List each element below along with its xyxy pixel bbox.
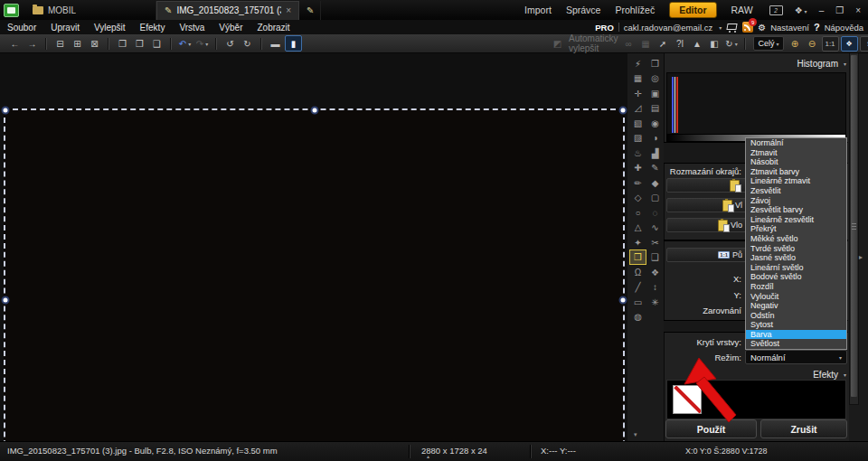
toolbar-item-10-button[interactable] bbox=[170, 38, 172, 50]
toolbar-print-button[interactable]: ⊠ bbox=[87, 36, 102, 51]
tool-arrows-icon[interactable]: ↕ bbox=[647, 280, 663, 294]
blend-mode-option-item-6[interactable]: Závoj bbox=[746, 196, 846, 206]
tool-clone-stamp-icon[interactable]: ♨ bbox=[630, 146, 646, 160]
blend-mode-option-item-9[interactable]: Překrýt bbox=[746, 224, 846, 234]
blend-mode-option-item-5[interactable]: Zesvětlit bbox=[746, 186, 846, 196]
selection-handle[interactable] bbox=[619, 296, 627, 304]
tool-star-icon[interactable]: ✳ bbox=[647, 296, 663, 309]
close-tab-icon[interactable]: × bbox=[286, 5, 291, 15]
selection-handle[interactable] bbox=[2, 296, 10, 304]
blend-mode-option-item-17[interactable]: Negativ bbox=[746, 301, 846, 311]
tool-line-icon[interactable]: ╱ bbox=[630, 280, 646, 294]
tool-magnetic-lasso-icon[interactable]: ∿ bbox=[647, 221, 663, 234]
chevron-down-icon[interactable]: ▾ bbox=[719, 24, 722, 31]
tool-magic-wand-icon[interactable]: ✦ bbox=[630, 236, 646, 249]
blend-mode-option-item-10[interactable]: Měkké světlo bbox=[746, 234, 846, 244]
blend-mode-option-item-13[interactable]: Lineární světlo bbox=[746, 263, 846, 273]
tool-rect-select-icon[interactable]: ▢ bbox=[647, 191, 663, 204]
zoom-level-select[interactable]: Celý▾ bbox=[753, 36, 783, 51]
blend-mode-option-item-3[interactable]: Ztmavit barvy bbox=[746, 167, 846, 177]
toolbar-item-7-button[interactable] bbox=[744, 38, 746, 50]
toolbar-item-13-button[interactable] bbox=[215, 38, 217, 50]
menu-upravit[interactable]: Upravit bbox=[43, 23, 87, 33]
toolbar-view-filmstrip-button[interactable]: ▬ bbox=[268, 36, 283, 51]
menu-efekty[interactable]: Efekty bbox=[133, 23, 173, 33]
toolbar-item-2-button[interactable] bbox=[45, 38, 47, 50]
menu-vyber[interactable]: Výběr bbox=[212, 23, 250, 33]
panel-scrollbar[interactable] bbox=[849, 52, 859, 405]
tool-pan-icon[interactable]: ✛ bbox=[630, 87, 646, 100]
tool-pencil-draw-icon[interactable]: ✏ bbox=[630, 176, 646, 190]
blend-mode-option-item-20[interactable]: Barva bbox=[746, 330, 846, 340]
tool-crop-icon[interactable]: ▣ bbox=[647, 87, 663, 100]
toolbar-zoom-fit-height-button[interactable]: ↕ bbox=[860, 36, 868, 52]
panel-collapse-arrow[interactable]: ▸ bbox=[859, 253, 863, 261]
tool-polygon-select-icon[interactable]: △ bbox=[630, 221, 646, 234]
toolbar-batch-filter-button[interactable]: ∞ bbox=[620, 36, 636, 51]
auto-enhance-button[interactable]: ◩ Automaticky vylepšit bbox=[550, 33, 618, 53]
toolbar-copy-button[interactable]: ❐ bbox=[115, 36, 130, 51]
blend-mode-option-item-18[interactable]: Odstín bbox=[746, 311, 846, 321]
tool-iron-smooth-icon[interactable]: ▟ bbox=[647, 146, 663, 160]
gear-icon[interactable]: ⚙ bbox=[758, 23, 766, 33]
tool-healing-brush-icon[interactable]: ✚ bbox=[630, 161, 646, 174]
restore-button[interactable]: ❐ bbox=[835, 5, 844, 15]
toolbar-redo-button[interactable]: ↷▾ bbox=[194, 36, 210, 51]
tool-gradient-icon[interactable]: ▨ bbox=[630, 131, 646, 145]
tool-effect-brush-icon[interactable]: ✎ bbox=[647, 161, 663, 174]
blend-mode-option-item-15[interactable]: Rozdíl bbox=[746, 282, 846, 292]
tool-panorama-icon[interactable]: ▦ bbox=[630, 71, 646, 85]
blend-mode-option-item-2[interactable]: Násobit bbox=[746, 157, 846, 167]
tool-text-icon[interactable]: ▭ bbox=[630, 296, 646, 309]
canvas-area[interactable] bbox=[0, 52, 627, 441]
toolbar-item-6-button[interactable] bbox=[108, 38, 109, 50]
toolbar-exif-info-button[interactable]: ▦ bbox=[637, 36, 653, 51]
tool-empty-icon[interactable] bbox=[647, 310, 663, 324]
toolbar-item-16-button[interactable] bbox=[260, 38, 262, 50]
tool-perspective-icon[interactable]: ▧ bbox=[630, 117, 646, 130]
toolbar-back-button[interactable]: ← bbox=[7, 36, 23, 51]
blend-mode-option-item-8[interactable]: Lineárně zesvětlit bbox=[746, 215, 846, 225]
app-logo-icon[interactable] bbox=[4, 4, 19, 17]
menu-vylepsit[interactable]: Vylepšit bbox=[87, 23, 133, 33]
toolbar-rotate-left-button[interactable]: ↺ bbox=[222, 36, 238, 51]
tool-fill-icon[interactable]: ◆ bbox=[647, 176, 663, 190]
blend-mode-option-item-11[interactable]: Tvrdé světlo bbox=[746, 244, 846, 254]
tool-red-eye-icon[interactable]: ◉ bbox=[647, 117, 663, 130]
toolbar-zoom-fit-button[interactable]: ❖ bbox=[841, 36, 858, 52]
blend-mode-select[interactable]: Normální▾ bbox=[745, 350, 847, 364]
tool-shapes-icon[interactable]: ❖ bbox=[647, 266, 663, 279]
minimize-button[interactable]: – bbox=[819, 5, 825, 15]
account-email[interactable]: cakl.radovan@email.cz bbox=[624, 23, 712, 33]
toolbar-threshold-button[interactable]: ▲ bbox=[689, 36, 704, 51]
toolbar-forward-button[interactable]: → bbox=[24, 36, 40, 51]
tool-rotate-view-icon[interactable]: ❐ bbox=[647, 57, 663, 71]
blend-mode-option-item-1[interactable]: Ztmavit bbox=[746, 148, 846, 158]
tool-ellipse-select-icon[interactable]: ○ bbox=[630, 206, 646, 220]
toolbar-levels-button[interactable]: ◧ bbox=[706, 36, 722, 51]
scrollbar-thumb[interactable] bbox=[851, 55, 857, 397]
selection-handle[interactable] bbox=[2, 107, 10, 115]
toolbar-zoom-out-button[interactable]: ⊖ bbox=[805, 36, 820, 51]
more-tools-icon[interactable]: ▾ bbox=[634, 431, 637, 438]
blend-mode-option-item-16[interactable]: Vyloučit bbox=[746, 292, 846, 302]
toolbar-rotate-right-button[interactable]: ↻ bbox=[240, 36, 255, 51]
selection-handle[interactable] bbox=[619, 107, 627, 115]
no-effect-icon[interactable] bbox=[673, 385, 702, 414]
settings-label[interactable]: Nastavení bbox=[770, 23, 809, 33]
tool-deform-icon[interactable]: ▤ bbox=[647, 101, 663, 115]
menu-soubor[interactable]: Soubor bbox=[0, 23, 43, 33]
module-import[interactable]: Import bbox=[524, 5, 552, 15]
toolbar-save-button[interactable]: ⊞ bbox=[70, 36, 85, 51]
apply-button[interactable]: Použít bbox=[665, 419, 757, 438]
tool-radial-filter-icon[interactable]: ◍ bbox=[630, 310, 646, 324]
photo-image[interactable] bbox=[4, 108, 625, 461]
blend-mode-option-item-4[interactable]: Lineárně ztmavit bbox=[746, 176, 846, 186]
blend-mode-option-item-21[interactable]: Světlost bbox=[746, 339, 846, 349]
menu-vrstva[interactable]: Vrstva bbox=[172, 23, 212, 33]
histogram-header[interactable]: Histogram▾ bbox=[666, 56, 846, 71]
selection-handle[interactable] bbox=[310, 107, 318, 115]
menu-zobrazit[interactable]: Zobrazit bbox=[250, 23, 297, 33]
tool-quick-edits-icon[interactable]: ⚡ bbox=[630, 57, 646, 71]
toolbar-white-balance-button[interactable]: ?ǀ bbox=[672, 36, 687, 51]
